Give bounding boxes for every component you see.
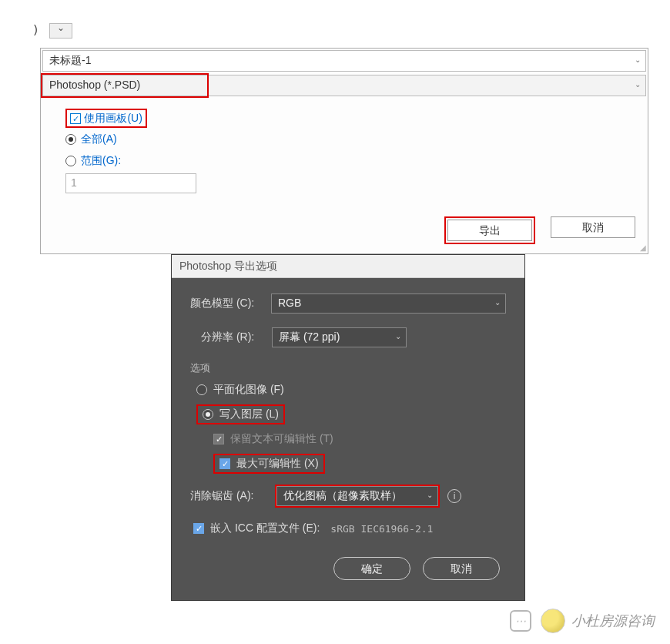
max-edit-checkbox[interactable]: [219, 458, 230, 469]
antialias-value: 优化图稿（超像素取样）: [283, 489, 402, 501]
dialog2-buttons: 确定 取消: [190, 557, 506, 580]
preserve-text-label: 保留文本可编辑性 (T): [230, 432, 333, 446]
format-value: Photoshop (*.PSD): [49, 79, 140, 91]
all-label[interactable]: 全部(A): [81, 132, 117, 146]
format-dropdown[interactable]: Photoshop (*.PSD) ⌄: [42, 75, 646, 96]
wechat-chat-icon: [510, 610, 531, 632]
highlight-box: 优化图稿（超像素取样） ⌄: [275, 485, 440, 508]
write-layers-radio[interactable]: [203, 409, 213, 420]
use-artboard-checkbox[interactable]: [70, 113, 81, 124]
info-icon[interactable]: i: [447, 489, 461, 503]
use-artboard-label[interactable]: 使用画板(U): [84, 112, 142, 124]
embed-icc-checkbox[interactable]: [193, 523, 204, 534]
ok-button[interactable]: 确定: [333, 557, 410, 580]
wechat-avatar-icon: [541, 609, 565, 633]
resolution-label: 分辨率 (R):: [201, 330, 264, 344]
export-button[interactable]: 导出: [447, 220, 532, 241]
artboard-options: 使用画板(U) 全部(A) 范围(G):: [65, 107, 147, 172]
range-label[interactable]: 范围(G):: [81, 154, 121, 168]
embed-icc-label[interactable]: 嵌入 ICC 配置文件 (E):: [210, 522, 320, 535]
cancel-button[interactable]: 取消: [551, 216, 635, 238]
chevron-down-icon: ⌄: [494, 298, 501, 307]
antialias-label: 消除锯齿 (A):: [190, 489, 267, 503]
chevron-down-icon: ⌄: [395, 332, 401, 340]
highlight-box: 写入图层 (L): [196, 404, 285, 424]
cancel-button[interactable]: 取消: [423, 557, 500, 580]
dialog1-buttons: 导出 取消: [444, 216, 635, 244]
range-input[interactable]: 1: [65, 173, 196, 193]
color-model-value: RGB: [278, 297, 301, 309]
highlight-box: 使用画板(U): [65, 109, 147, 128]
dialog-title: Photoshop 导出选项: [172, 255, 524, 278]
watermark: 小杜房源咨询: [510, 609, 655, 633]
all-radio[interactable]: [65, 134, 76, 145]
icc-profile-value: sRGB IEC61966-2.1: [330, 523, 433, 535]
chevron-down-icon: ⌄: [635, 55, 641, 64]
chevron-down-icon: ⌄: [635, 80, 641, 89]
highlight-box: 导出: [444, 216, 535, 244]
resize-grip-icon[interactable]: ◢: [640, 243, 646, 252]
antialias-dropdown[interactable]: 优化图稿（超像素取样） ⌄: [276, 486, 438, 506]
photoshop-export-options-dialog: Photoshop 导出选项 颜色模型 (C): RGB ⌄ 分辨率 (R): …: [171, 254, 525, 601]
flatten-radio[interactable]: [196, 384, 207, 395]
filename-dropdown[interactable]: 未标题-1 ⌄: [42, 50, 646, 72]
color-model-label: 颜色模型 (C):: [190, 297, 263, 310]
max-edit-label[interactable]: 最大可编辑性 (X): [236, 457, 319, 471]
flatten-label[interactable]: 平面化图像 (F): [213, 383, 284, 397]
color-model-dropdown[interactable]: RGB ⌄: [271, 293, 506, 314]
resolution-value: 屏幕 (72 ppi): [279, 330, 340, 343]
highlight-box: 最大可编辑性 (X): [213, 454, 325, 474]
resolution-dropdown[interactable]: 屏幕 (72 ppi) ⌄: [272, 327, 407, 347]
export-dialog: 未标题-1 ⌄ Photoshop (*.PSD) ⌄ 使用画板(U) 全部(A…: [40, 48, 648, 254]
filename-value: 未标题-1: [49, 54, 91, 66]
range-radio[interactable]: [65, 156, 76, 166]
chevron-down-icon: ⌄: [427, 491, 433, 499]
options-section-label: 选项: [190, 361, 506, 375]
preserve-text-checkbox: [213, 434, 224, 444]
write-layers-label[interactable]: 写入图层 (L): [219, 408, 279, 421]
watermark-text: 小杜房源咨询: [571, 612, 655, 630]
top-small-dropdown[interactable]: [49, 23, 72, 39]
close-paren-text: ): [34, 23, 38, 35]
